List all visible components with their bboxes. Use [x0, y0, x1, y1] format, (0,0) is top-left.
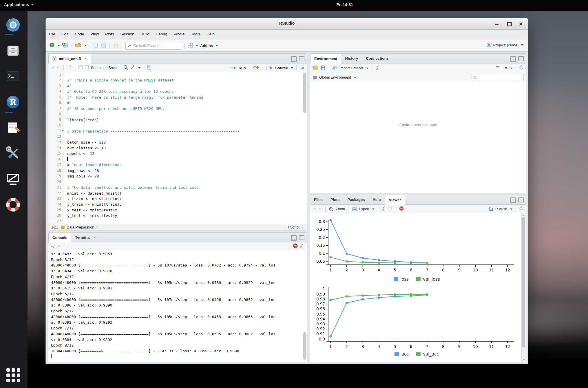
- project-menu[interactable]: R Project: (None): [487, 43, 523, 47]
- working-directory[interactable]: ~/: [51, 244, 55, 249]
- addins-button[interactable]: Addins: [200, 43, 213, 48]
- file-type-selector[interactable]: R Script⇅: [286, 225, 304, 229]
- menu-item-help[interactable]: Help: [203, 30, 218, 36]
- run-button[interactable]: Run: [230, 66, 246, 70]
- compile-report-icon[interactable]: [147, 65, 151, 71]
- clock[interactable]: Fri 14:31: [324, 2, 365, 7]
- menu-item-edit[interactable]: Edit: [59, 30, 72, 36]
- save-button[interactable]: [93, 43, 98, 49]
- goto-directory-icon[interactable]: [57, 245, 61, 248]
- scroll-up-icon[interactable]: ▲: [522, 214, 526, 217]
- open-file-caret-icon[interactable]: [84, 45, 87, 46]
- save-workspace-icon[interactable]: [321, 65, 326, 71]
- scrollbar-thumb[interactable]: [522, 217, 525, 348]
- menu-item-build[interactable]: Build: [137, 30, 152, 36]
- tab-history[interactable]: History: [341, 54, 362, 63]
- code-tools-icon[interactable]: [130, 65, 135, 71]
- maximize-button[interactable]: [505, 21, 513, 27]
- close-button[interactable]: ✕: [517, 21, 525, 28]
- maximize-pane-icon[interactable]: [518, 197, 524, 202]
- dock-item-chromium-browser[interactable]: [5, 17, 22, 34]
- tab-viewer[interactable]: Viewer: [385, 195, 405, 205]
- menu-item-profile[interactable]: Profile: [170, 30, 188, 36]
- menu-item-tools[interactable]: Tools: [188, 30, 204, 36]
- list-view-caret-icon[interactable]: [510, 68, 512, 69]
- tab-console[interactable]: Console: [48, 233, 71, 242]
- clear-console-icon[interactable]: [300, 244, 304, 249]
- import-dataset-button[interactable]: Import Dataset: [332, 66, 368, 70]
- tab-packages[interactable]: Packages: [344, 195, 369, 204]
- export-button[interactable]: Export: [352, 207, 375, 211]
- popout-icon[interactable]: [67, 65, 72, 70]
- minimize-pane-icon[interactable]: [510, 197, 516, 203]
- menu-item-file[interactable]: File: [46, 30, 59, 36]
- applications-menu[interactable]: Applications: [4, 2, 34, 7]
- tab-environment[interactable]: Environment: [310, 54, 341, 64]
- source-button[interactable]: Source: [266, 66, 293, 70]
- console-scrollbar[interactable]: [303, 332, 306, 360]
- code-editor[interactable]: 12#' Trains a simple convnet on the MNIS…: [48, 72, 307, 224]
- tab-terminal[interactable]: Terminal✕: [71, 233, 100, 242]
- dock-item-r-project[interactable]: R: [5, 94, 22, 111]
- refresh-icon[interactable]: [519, 65, 524, 71]
- popout-icon[interactable]: [388, 206, 392, 212]
- environment-scope-label[interactable]: Global Environment: [319, 75, 351, 79]
- minimize-pane-icon[interactable]: [291, 235, 297, 241]
- document-outline-icon[interactable]: [300, 65, 304, 70]
- minimize-pane-icon[interactable]: [291, 56, 297, 62]
- apps-grid-button[interactable]: [6, 368, 21, 383]
- dock-item-tools[interactable]: [5, 145, 22, 163]
- viewer-scrollbar[interactable]: ▲ ▼: [521, 213, 526, 362]
- maximize-pane-icon[interactable]: [299, 235, 304, 240]
- maximize-pane-icon[interactable]: [518, 56, 524, 61]
- source-on-save-checkbox[interactable]: [85, 65, 89, 70]
- code-tools-caret-icon[interactable]: [138, 67, 140, 69]
- tab-files[interactable]: Files: [310, 195, 327, 204]
- minimize-button[interactable]: [493, 21, 501, 27]
- print-button[interactable]: [113, 43, 119, 49]
- menu-item-code[interactable]: Code: [72, 30, 87, 36]
- fold-arrow-icon[interactable]: [62, 130, 64, 131]
- back-icon[interactable]: [313, 206, 316, 212]
- tab-connections[interactable]: Connections: [362, 54, 393, 63]
- open-file-button[interactable]: [75, 43, 81, 49]
- interrupt-button[interactable]: [293, 243, 298, 249]
- list-view-label[interactable]: List: [502, 66, 507, 70]
- save-all-button[interactable]: [101, 43, 106, 49]
- environment-search-input[interactable]: [472, 74, 524, 81]
- menu-item-debug[interactable]: Debug: [152, 30, 170, 36]
- minimize-pane-icon[interactable]: [510, 56, 516, 62]
- publish-button[interactable]: Publish: [488, 207, 512, 211]
- tab-mnist-cnn-r[interactable]: Rmnist_cnn.R✕: [48, 54, 91, 64]
- window-titlebar[interactable]: RStudio ✕: [46, 18, 528, 30]
- refresh-icon[interactable]: [519, 206, 524, 212]
- goto-file-input[interactable]: Go to file/function: [125, 42, 181, 50]
- pane-layout-button[interactable]: [188, 43, 193, 49]
- close-icon[interactable]: ✕: [93, 235, 96, 240]
- close-icon[interactable]: ✕: [84, 57, 87, 61]
- dock-item-text-editor[interactable]: [5, 119, 22, 137]
- maximize-pane-icon[interactable]: [299, 56, 304, 61]
- scroll-down-icon[interactable]: ▼: [522, 358, 526, 361]
- pane-layout-caret-icon[interactable]: [196, 45, 198, 46]
- new-file-caret-icon[interactable]: [58, 45, 60, 46]
- forward-icon[interactable]: [318, 206, 322, 212]
- new-project-button[interactable]: R: [62, 42, 68, 49]
- zoom-button[interactable]: Zoom: [329, 207, 345, 212]
- dock-item-terminal[interactable]: [5, 68, 22, 86]
- rerun-button[interactable]: [253, 65, 260, 70]
- tab-plots[interactable]: Plots: [327, 195, 344, 204]
- forward-icon[interactable]: [56, 65, 60, 70]
- menu-item-session[interactable]: Session: [117, 30, 137, 36]
- menu-item-plots[interactable]: Plots: [102, 30, 117, 36]
- load-workspace-icon[interactable]: [313, 65, 319, 71]
- find-icon[interactable]: [123, 65, 128, 71]
- dock-item-display[interactable]: [5, 171, 22, 188]
- clear-workspace-icon[interactable]: [375, 65, 380, 71]
- stop-button[interactable]: [399, 206, 404, 212]
- dock-item-file-manager[interactable]: [5, 43, 22, 60]
- console-output[interactable]: s: 0.0493 - val_acc: 0.9853Epoch 3/12480…: [48, 250, 307, 362]
- dock-item-help-lifesaver[interactable]: [5, 197, 22, 214]
- addins-caret-icon[interactable]: [216, 45, 218, 46]
- editor-scrollbar[interactable]: [303, 72, 306, 113]
